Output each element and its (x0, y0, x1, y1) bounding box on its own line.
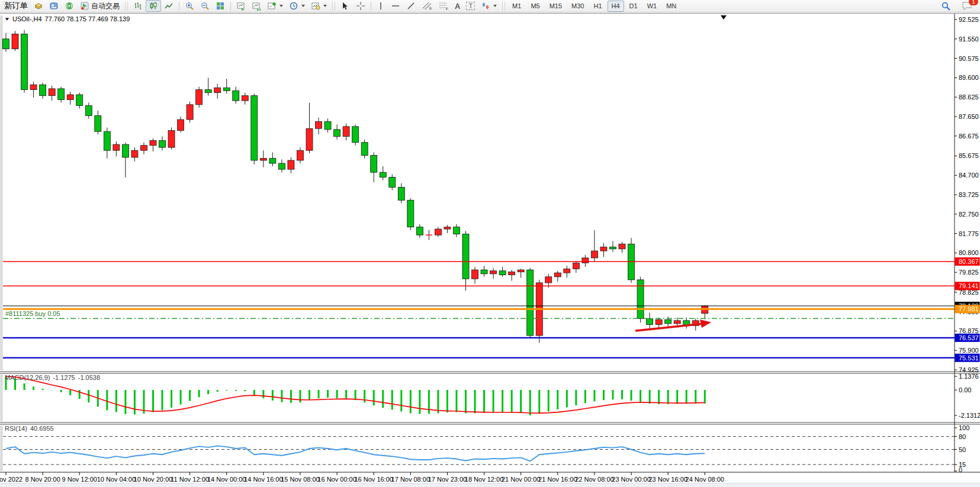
rsi-name: RSI(14) (5, 425, 27, 432)
macd-indicator-label: MACD(12,26,9) -1.1275 -1.0538 (5, 374, 100, 381)
candle (168, 127, 175, 149)
time-tick-label: 8 Nov 20:00 (25, 476, 60, 483)
svg-text:E: E (429, 7, 432, 10)
macd-tick-label: 0.00 (959, 386, 971, 394)
time-tick-label: 14 Nov 16:00 (244, 476, 282, 483)
time-tick-label: 16 Nov 16:00 (354, 476, 393, 483)
time-tick-label: 9 Nov 12:00 (62, 476, 97, 483)
chevron-down-icon (279, 5, 283, 7)
trendline-button[interactable] (403, 0, 419, 12)
price-level-label-text: 75.531 (959, 354, 979, 362)
horizontal-line-button[interactable] (388, 0, 403, 12)
chat-icon[interactable]: 1 (959, 0, 975, 12)
tile-windows-button[interactable] (213, 0, 228, 12)
candle (21, 30, 28, 93)
price-tick-label: 89.600 (959, 74, 979, 81)
timeframe-M15[interactable]: M15 (545, 1, 566, 12)
toolbar-right-group: 1 (938, 0, 975, 12)
timeframe-MN[interactable]: MN (662, 1, 680, 12)
price-tick-label: 83.725 (959, 191, 979, 198)
timeframe-group: M1M5M15M30H1H4D1W1MN (507, 1, 681, 12)
time-tick-label: 21 Nov 16:00 (538, 476, 577, 483)
arrows-button[interactable] (478, 0, 500, 12)
chart-ohlc-values: 77.760 78.175 77.469 78.139 (45, 15, 130, 22)
chart-symbol-period: USOil-,H4 (12, 15, 42, 22)
timeframe-D1[interactable]: D1 (625, 1, 642, 12)
price-tick-label: 90.575 (959, 55, 979, 62)
new-order-button[interactable]: 新订单 (1, 1, 31, 11)
candlestick-chart-button[interactable] (146, 0, 161, 12)
price-tick-label: 85.675 (959, 152, 979, 159)
price-tick-label: 91.550 (959, 36, 979, 43)
price-level-label-text: 79.141 (959, 282, 979, 289)
time-tick-label: 10 Nov 04:00 (97, 476, 136, 483)
fibonacci-button[interactable]: F (435, 0, 452, 12)
time-tick-label: 15 Nov 08:00 (281, 476, 319, 483)
order-ticket-text: #8111325 buy 0.05 (5, 310, 60, 317)
timeframe-H4[interactable]: H4 (608, 1, 624, 12)
autotrading-button[interactable]: 自动交易 (77, 0, 123, 12)
chart-title: USOil-,H4 77.760 78.175 77.469 78.139 (5, 15, 130, 22)
search-icon[interactable] (938, 0, 954, 12)
label-button[interactable]: T (463, 0, 478, 12)
rsi-tick-label: 100 (959, 424, 969, 431)
svg-text:F: F (446, 7, 448, 11)
price-tick-label: 88.625 (959, 93, 979, 101)
time-tick-label: 17 Nov 08:00 (391, 476, 430, 483)
status-strip (0, 483, 980, 487)
rsi-indicator-label: RSI(14) 40.6955 (5, 425, 54, 432)
zoom-in-button[interactable] (182, 0, 197, 12)
toolbar-grip (502, 2, 505, 11)
time-tick-label: 23 Nov 00:00 (612, 476, 650, 483)
candle (352, 124, 359, 145)
price-level-label-text: 80.367 (959, 258, 979, 265)
periods-button[interactable] (286, 0, 308, 12)
price-tick-label: 80.800 (959, 249, 979, 256)
text-button[interactable]: A (452, 0, 463, 12)
toolbar-separator (230, 2, 231, 11)
candle (196, 87, 203, 108)
vertical-line-button[interactable] (374, 0, 388, 12)
chevron-down-icon (323, 5, 327, 7)
rsi-tick-label: 0 (959, 466, 962, 473)
time-tick-label: 21 Nov 00:00 (502, 476, 540, 483)
chart-shift-button[interactable] (249, 0, 264, 12)
charts-stack-icon[interactable] (31, 0, 46, 12)
toolbar: 新订单 自动交易 (0, 0, 980, 12)
candle (407, 198, 414, 230)
time-tick-label: 24 Nov 08:00 (686, 476, 724, 483)
macd-main-value: -1.1275 (53, 374, 75, 381)
one-click-trading-toggle-icon[interactable] (5, 18, 9, 20)
price-tick-label: 84.700 (959, 172, 979, 179)
indicators-button[interactable] (264, 0, 286, 12)
candle (187, 102, 193, 122)
autotrading-label: 自动交易 (91, 1, 120, 11)
toolbar-separator (371, 2, 371, 11)
channel-button[interactable]: E (419, 0, 435, 12)
cursor-button[interactable] (338, 0, 353, 12)
crosshair-button[interactable] (353, 0, 368, 12)
price-tick-label: 76.875 (959, 327, 979, 334)
price-tick-label: 92.525 (959, 16, 979, 23)
candle (12, 31, 18, 51)
line-chart-button[interactable] (161, 0, 176, 12)
profiles-icon[interactable] (46, 0, 62, 12)
candle (251, 93, 258, 164)
timeframe-M5[interactable]: M5 (526, 1, 544, 12)
timeframe-M30[interactable]: M30 (567, 1, 588, 12)
time-tick-label: 10 Nov 20:00 (134, 476, 172, 483)
macd-signal-value: -1.0538 (78, 374, 100, 381)
chart-canvas[interactable]: 92.52591.55090.57589.60088.62587.65086.6… (0, 14, 980, 484)
zoom-out-button[interactable] (197, 0, 213, 12)
rsi-tick-label: 50 (959, 446, 966, 453)
timeframe-H1[interactable]: H1 (589, 1, 606, 12)
timeframe-M1[interactable]: M1 (508, 1, 525, 12)
time-tick-label: 17 Nov 23:00 (428, 476, 467, 483)
bar-chart-button[interactable] (130, 0, 146, 12)
toolbar-separator (179, 2, 179, 11)
signals-icon[interactable] (62, 0, 77, 12)
rsi-tick-label: 80 (959, 433, 966, 440)
templates-button[interactable] (308, 0, 330, 12)
auto-scroll-button[interactable] (233, 0, 249, 12)
timeframe-W1[interactable]: W1 (643, 1, 661, 12)
